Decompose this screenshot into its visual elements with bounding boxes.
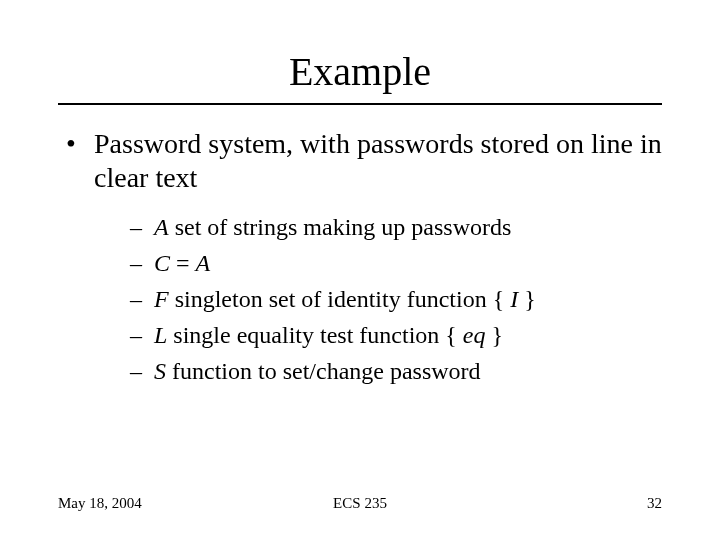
var: C [154, 250, 170, 276]
sub-text2: } [518, 286, 536, 312]
sub-text: = [170, 250, 196, 276]
sub-item: F singleton set of identity function { I… [130, 281, 662, 317]
footer-page: 32 [647, 495, 662, 512]
var2: A [196, 250, 211, 276]
sub-text: singleton set of identity function { [169, 286, 510, 312]
sub-item: L single equality test function { eq } [130, 317, 662, 353]
footer: May 18, 2004 ECS 235 32 [58, 495, 662, 512]
sub-item: A set of strings making up passwords [130, 209, 662, 245]
sub-item: C = A [130, 245, 662, 281]
var2: eq [463, 322, 486, 348]
var: F [154, 286, 169, 312]
slide: Example Password system, with passwords … [0, 0, 720, 540]
var2: I [510, 286, 518, 312]
footer-course: ECS 235 [333, 495, 387, 512]
footer-date: May 18, 2004 [58, 495, 142, 512]
page-title: Example [58, 48, 662, 95]
var: L [154, 322, 167, 348]
title-rule [58, 103, 662, 105]
sub-text: single equality test function { [167, 322, 462, 348]
sub-list: A set of strings making up passwords C =… [94, 209, 662, 389]
sub-item: S function to set/change password [130, 353, 662, 389]
bullet-item: Password system, with passwords stored o… [58, 127, 662, 389]
sub-text: function to set/change password [166, 358, 481, 384]
bullet-list: Password system, with passwords stored o… [58, 127, 662, 389]
var: A [154, 214, 169, 240]
bullet-text: Password system, with passwords stored o… [94, 128, 662, 193]
sub-text: set of strings making up passwords [169, 214, 512, 240]
sub-text2: } [485, 322, 503, 348]
var: S [154, 358, 166, 384]
